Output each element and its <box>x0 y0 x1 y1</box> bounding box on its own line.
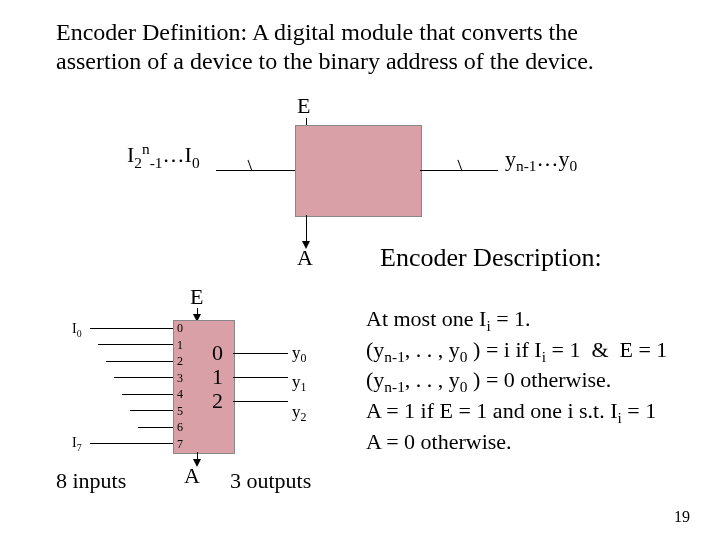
input-wire-5 <box>130 410 173 411</box>
abstract-inputs-label: I2n-1…I0 <box>127 140 200 172</box>
definition-text: Encoder Definition: A digital module tha… <box>56 18 596 76</box>
output-wire-2 <box>233 401 288 402</box>
input-wire-6 <box>138 427 173 428</box>
abstract-output-wire <box>420 170 498 171</box>
abstract-enable-label: E <box>297 93 310 119</box>
abstract-encoder-block <box>295 125 422 217</box>
input-wire-7 <box>90 443 173 444</box>
description-title: Encoder Description: <box>380 243 602 273</box>
abstract-enable-wire <box>306 118 307 125</box>
abstract-active-wire <box>306 215 307 243</box>
abstract-input-wire <box>216 170 295 171</box>
input-wire-4 <box>122 394 173 395</box>
output-y-labels: y0 y1 y2 <box>292 341 306 429</box>
description-body: At most one Ii = 1. (yn-1, . . , y0 ) = … <box>366 305 696 455</box>
output-wire-1 <box>233 377 288 378</box>
three-outputs-caption: 3 outputs <box>230 468 311 494</box>
input-i0-label: I0 <box>72 321 82 339</box>
input-wire-2 <box>106 361 173 362</box>
encoder-active-label: A <box>184 463 200 489</box>
encoder-output-pin-numbers: 0 1 2 <box>212 341 223 413</box>
output-wire-0 <box>233 353 288 354</box>
input-wire-1 <box>98 344 173 345</box>
page-number: 19 <box>674 508 690 526</box>
encoder-enable-label: E <box>190 284 203 310</box>
encoder-input-pin-numbers: 0 1 2 3 4 5 6 7 <box>177 320 183 452</box>
abstract-outputs-label: yn-1…y0 <box>505 146 577 175</box>
eight-inputs-caption: 8 inputs <box>56 468 126 494</box>
abstract-active-label: A <box>297 245 313 271</box>
input-wire-0 <box>90 328 173 329</box>
input-i7-label: I7 <box>72 435 82 453</box>
input-wire-3 <box>114 377 173 378</box>
